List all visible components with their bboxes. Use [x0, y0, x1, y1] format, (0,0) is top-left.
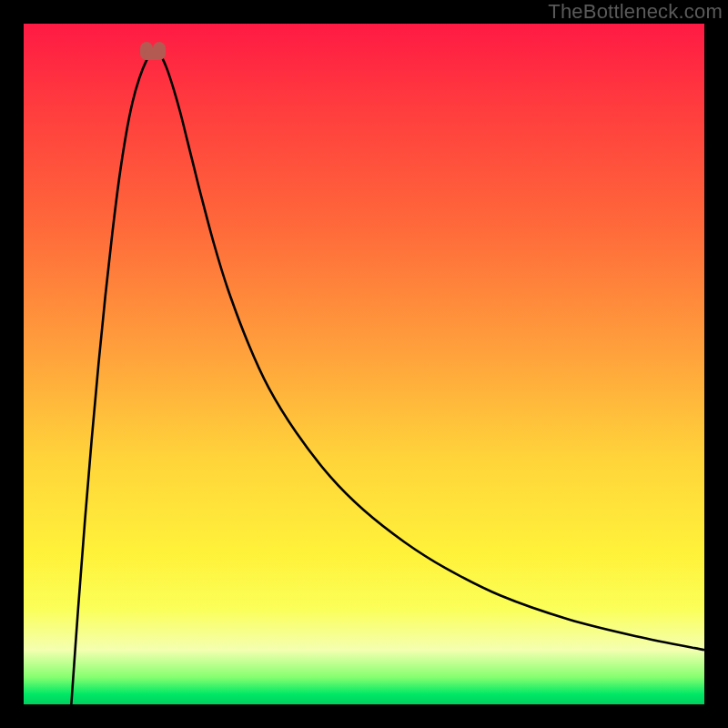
plot-frame — [24, 24, 704, 704]
minimum-marker — [138, 41, 167, 61]
watermark-text: TheBottleneck.com — [548, 0, 723, 24]
curve-path — [71, 51, 704, 704]
bottleneck-curve — [24, 24, 704, 704]
